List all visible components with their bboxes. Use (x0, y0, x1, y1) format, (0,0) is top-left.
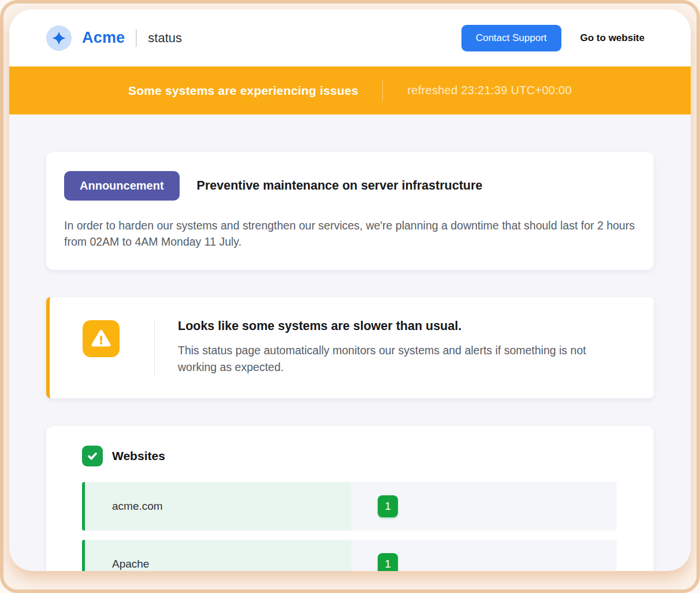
alert-title: Looks like some systems are slower than … (178, 319, 614, 333)
service-count-badge: 1 (378, 495, 398, 517)
header: Acme status Contact Support Go to websit… (9, 9, 691, 66)
status-banner: Some systems are experiencing issues ref… (9, 66, 691, 114)
services-card: Websites acme.com 1 Apache 1 (46, 426, 654, 571)
go-to-website-link[interactable]: Go to website (580, 32, 645, 44)
service-name: Apache (112, 558, 149, 570)
alert-divider (154, 319, 155, 376)
alert-body: This status page automatically monitors … (178, 342, 614, 375)
contact-support-button[interactable]: Contact Support (461, 25, 561, 51)
sparkle-icon (46, 25, 72, 51)
announcement-badge: Announcement (64, 171, 180, 201)
announcement-body: In order to harden our systems and stren… (64, 218, 635, 250)
banner-refreshed-timestamp: refreshed 23:21:39 UTC+00:00 (407, 84, 572, 97)
header-divider (136, 29, 137, 47)
announcement-title: Preventive maintenance on server infrast… (197, 179, 483, 193)
logo-link[interactable]: Acme (46, 25, 125, 51)
content-area: Announcement Preventive maintenance on s… (9, 114, 691, 571)
announcement-header: Announcement Preventive maintenance on s… (64, 171, 635, 201)
alert-text-block: Looks like some systems are slower than … (178, 320, 614, 375)
service-row-acme[interactable]: acme.com 1 (82, 482, 617, 531)
service-name-cell: acme.com (82, 482, 351, 531)
service-status-cell: 1 (351, 540, 617, 571)
service-name: acme.com (112, 500, 163, 513)
services-group-header: Websites (82, 446, 618, 466)
service-row-apache[interactable]: Apache 1 (82, 540, 617, 571)
brand-name: Acme (82, 29, 125, 47)
header-actions: Contact Support Go to website (461, 25, 645, 51)
check-icon (82, 446, 103, 466)
status-page-window: Acme status Contact Support Go to websit… (9, 9, 691, 571)
services-group-label: Websites (112, 449, 165, 463)
page-title: status (148, 31, 182, 46)
banner-message: Some systems are experiencing issues (128, 84, 358, 98)
alert-card: Looks like some systems are slower than … (46, 297, 654, 398)
banner-divider (382, 80, 383, 101)
service-name-cell: Apache (82, 540, 351, 571)
announcement-card: Announcement Preventive maintenance on s… (46, 152, 654, 270)
service-status-cell: 1 (351, 482, 617, 531)
warning-triangle-icon (83, 320, 120, 357)
service-count-badge: 1 (378, 553, 398, 571)
